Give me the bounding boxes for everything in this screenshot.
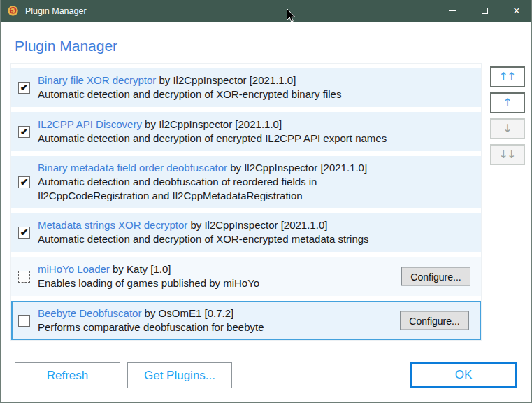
plugin-checkbox[interactable]: ✔ [18,176,30,188]
checkmark-icon: ✔ [20,83,29,92]
maximize-icon [482,8,488,14]
minimize-button[interactable] [436,0,468,22]
app-icon [7,5,19,17]
plugin-row[interactable]: ✔ Binary metadata field order deobfuscat… [11,156,481,208]
checkmark-icon: ✔ [20,177,29,187]
plugin-manager-window: Plugin Manager ✕ Plugin Manager ✔ Binary… [0,0,532,403]
configure-button[interactable]: Configure... [400,311,469,330]
plugin-row[interactable]: ✔ Binary file XOR decryptor by Il2CppIns… [11,68,481,107]
reorder-buttons: ↑↑↑↓↓↓ [490,66,525,165]
plugin-byline: by Il2CppInspector [2021.1.0] [142,118,282,130]
plugin-byline: by Il2CppInspector [2021.1.0] [187,219,327,231]
plugin-byline: by Katy [1.0] [110,263,171,275]
close-button[interactable]: ✕ [501,0,532,22]
plugin-list: ✔ Binary file XOR decryptor by Il2CppIns… [10,63,482,341]
plugin-checkbox[interactable]: ✔ [18,227,30,239]
checkmark-icon: ✔ [20,127,29,136]
checkmark-icon: ✔ [20,227,29,237]
plugin-row[interactable]: miHoYo Loader by Katy [1.0] Enables load… [11,257,481,296]
plugin-checkbox[interactable] [18,315,30,327]
plugin-description: Automatic detection and deobfuscation of… [38,175,367,203]
plugin-description: Automatic detection and decryption of en… [38,132,387,146]
page-title: Plugin Manager [15,38,117,55]
plugin-checkbox[interactable]: ✔ [18,82,30,94]
plugin-byline: by Il2CppInspector [2021.1.0] [156,74,296,86]
minimize-icon [449,10,456,11]
plugin-name-link[interactable]: Binary metadata field order deobfuscator [38,162,227,174]
plugin-description: Performs comparative deobfuscation for b… [38,320,264,334]
caption-buttons: ✕ [436,0,532,22]
move-to-bottom-button: ↓↓ [490,144,525,165]
plugin-name-link[interactable]: IL2CPP API Discovery [38,118,142,130]
move-to-top-button[interactable]: ↑↑ [490,66,525,87]
plugin-checkbox[interactable]: ✔ [18,126,30,138]
plugin-description: Enables loading of games published by mi… [38,276,259,290]
plugin-name-link[interactable]: Beebyte Deobfuscator [38,307,141,319]
window-title: Plugin Manager [25,6,87,16]
configure-button[interactable]: Configure... [401,267,470,286]
plugin-row[interactable]: ✔ Metadata strings XOR decryptor by Il2C… [11,213,481,252]
plugin-byline: by OsOmE1 [0.7.2] [141,307,233,319]
plugin-description: Automatic detection and decryption of XO… [38,87,341,101]
plugin-row[interactable]: ✔ IL2CPP API Discovery by Il2CppInspecto… [11,112,481,151]
plugin-description: Automatic detection and decryption of XO… [38,232,369,246]
get-plugins-button[interactable]: Get Plugins... [127,362,232,388]
plugin-byline: by Il2CppInspector [2021.1.0] [227,162,367,174]
move-up-button[interactable]: ↑ [490,92,525,113]
move-down-button: ↓ [490,118,525,139]
plugin-name-link[interactable]: miHoYo Loader [38,263,110,275]
ok-button[interactable]: OK [410,362,517,388]
maximize-button[interactable] [468,0,501,22]
plugin-checkbox[interactable] [18,271,30,283]
plugin-name-link[interactable]: Metadata strings XOR decryptor [38,219,187,231]
plugin-name-link[interactable]: Binary file XOR decryptor [38,74,156,86]
refresh-button[interactable]: Refresh [15,362,120,388]
titlebar: Plugin Manager ✕ [1,0,532,22]
plugin-row[interactable]: Beebyte Deobfuscator by OsOmE1 [0.7.2] P… [11,301,481,340]
close-icon: ✕ [513,6,521,16]
